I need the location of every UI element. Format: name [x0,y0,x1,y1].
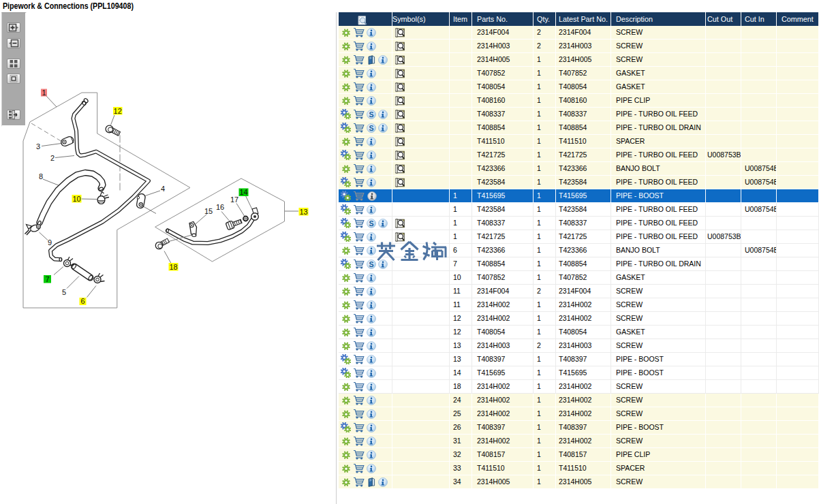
svg-text:6: 6 [80,297,84,305]
svg-text:16: 16 [216,203,224,211]
svg-text:18: 18 [169,263,177,271]
svg-text:8: 8 [39,172,43,180]
svg-text:1: 1 [42,89,46,97]
svg-text:13: 13 [299,208,307,216]
svg-text:17: 17 [230,195,238,204]
svg-text:14: 14 [239,188,247,196]
svg-text:9: 9 [48,238,52,247]
svg-text:7: 7 [45,275,49,283]
svg-text:5: 5 [62,288,66,296]
svg-text:15: 15 [204,207,213,215]
svg-text:2: 2 [50,154,55,162]
svg-text:4: 4 [161,185,165,193]
svg-text:12: 12 [114,107,122,115]
svg-text:10: 10 [72,195,80,203]
svg-text:3: 3 [36,142,40,151]
